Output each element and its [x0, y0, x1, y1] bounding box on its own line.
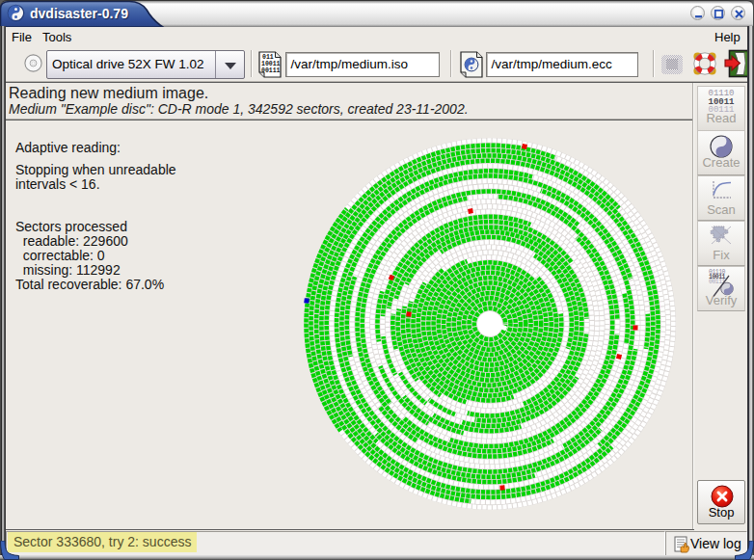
svg-text:011: 011	[262, 54, 274, 61]
svg-text:10011: 10011	[261, 61, 281, 67]
svg-text:00111: 00111	[261, 67, 281, 74]
